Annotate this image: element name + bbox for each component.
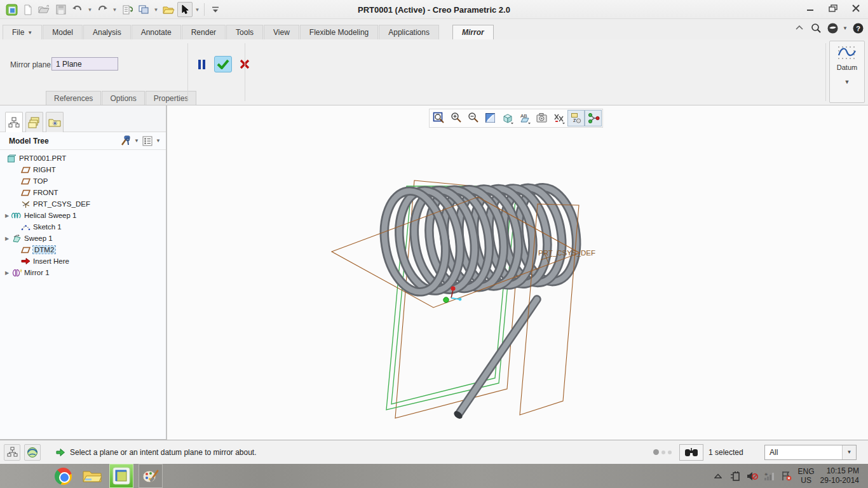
tree-settings-caret[interactable]: ▼ (154, 138, 162, 144)
pause-button[interactable] (194, 56, 209, 72)
search-icon[interactable] (810, 22, 822, 34)
refit-icon[interactable] (430, 110, 447, 126)
tab-annotate[interactable]: Annotate (132, 25, 181, 39)
expand-arrow[interactable]: ▶ (3, 213, 11, 219)
restore-button[interactable] (826, 3, 840, 14)
close-button[interactable] (849, 3, 863, 14)
tab-applications[interactable]: Applications (379, 25, 439, 39)
language-indicator[interactable]: ENG US (798, 467, 815, 485)
tab-tools[interactable]: Tools (226, 25, 263, 39)
csys-icon (20, 200, 31, 208)
repaint-icon[interactable] (482, 110, 499, 126)
tab-view[interactable]: View (264, 25, 299, 39)
tree-item-sketch[interactable]: Sketch 1 (0, 221, 166, 233)
collapse-ribbon-icon[interactable] (793, 22, 806, 34)
filter-dropdown-arrow[interactable]: ▼ (842, 445, 856, 459)
windows-dropdown[interactable]: ▼ (153, 2, 159, 17)
taskbar-explorer-icon[interactable] (80, 464, 104, 488)
customize-toolbar-button[interactable] (208, 2, 223, 17)
tree-item-part[interactable]: PRT0001.PRT (0, 152, 166, 164)
taskbar-clock[interactable]: 10:15 PM 29-10-2014 (820, 466, 859, 485)
community-icon[interactable] (826, 22, 839, 34)
tree-item-top[interactable]: TOP (0, 175, 166, 187)
tab-mirror-active[interactable]: Mirror (452, 25, 494, 39)
network-signal-icon[interactable]: ✳ (764, 470, 775, 482)
tree-item-sweep[interactable]: ▶ Sweep 1 (0, 233, 166, 244)
zoom-out-icon[interactable] (465, 110, 482, 126)
tree-item-right[interactable]: RIGHT (0, 164, 166, 175)
tree-item-helical-sweep[interactable]: ▶ Helical Sweep 1 (0, 210, 166, 221)
display-style-icon[interactable] (499, 110, 516, 126)
datum-display-filters-icon[interactable] (550, 110, 567, 126)
undo-dropdown[interactable]: ▼ (86, 2, 93, 17)
windows-button[interactable] (136, 2, 151, 17)
saved-orientations-icon[interactable]: AB (516, 110, 533, 126)
nav-tab-model-tree[interactable] (5, 112, 23, 132)
csys-label: PRT_CSYS_DEF (538, 249, 595, 257)
view-manager-icon[interactable] (533, 110, 550, 126)
navigator-toggle-icon[interactable] (4, 444, 20, 461)
select-tool-dropdown[interactable]: ▼ (194, 2, 201, 17)
tree-tools-caret[interactable]: ▼ (133, 138, 140, 144)
quick-access-toolbar: ▼ ▼ ▼ ▼ (4, 2, 223, 17)
show-hidden-icons-arrow[interactable] (712, 470, 724, 482)
tab-flexible-modeling[interactable]: Flexible Modeling (300, 25, 378, 39)
panel-tab-references[interactable]: References (46, 91, 101, 105)
windows-taskbar: ✳ ENG US 10:15 PM 29-10-2014 (0, 464, 868, 488)
regenerate-button[interactable] (119, 2, 135, 17)
svg-text:?: ? (856, 24, 860, 32)
clock-time: 10:15 PM (820, 466, 859, 476)
nav-tab-favorites[interactable]: ✳ (46, 112, 64, 132)
volume-muted-icon[interactable] (747, 470, 758, 482)
tree-settings-icon[interactable] (140, 134, 154, 148)
tree-item-mirror[interactable]: ▶ ✳ Mirror 1 (0, 267, 166, 278)
selection-filter-dropdown[interactable]: All ▼ (764, 445, 857, 460)
accept-button[interactable] (214, 56, 232, 72)
taskbar-paint-icon[interactable] (139, 464, 163, 488)
tree-item-dtm2[interactable]: DTM2 (0, 244, 166, 255)
select-tool-button[interactable] (177, 2, 193, 17)
zoom-in-icon[interactable] (447, 110, 465, 126)
datum-group-button[interactable]: Datum ▼ (829, 41, 865, 103)
expand-arrow[interactable]: ▶ (3, 270, 11, 276)
tree-item-csys[interactable]: PRT_CSYS_DEF (0, 198, 166, 210)
power-battery-icon[interactable] (729, 470, 741, 482)
tab-render[interactable]: Render (182, 25, 226, 39)
new-file-button[interactable] (20, 2, 36, 17)
tab-file[interactable]: File▼ (3, 25, 42, 39)
spin-center-icon[interactable] (585, 110, 602, 126)
panel-tab-properties[interactable]: Properties (146, 91, 197, 105)
redo-dropdown[interactable]: ▼ (111, 2, 118, 17)
redo-button[interactable] (95, 2, 110, 17)
taskbar-creo-icon[interactable] (109, 464, 133, 488)
taskbar-chrome-icon[interactable] (51, 464, 75, 488)
title-bar: ▼ ▼ ▼ ▼ PRT0001 (Active) - Creo Parametr… (0, 0, 868, 19)
nav-tab-folder-browser[interactable] (25, 112, 43, 132)
tab-analysis[interactable]: Analysis (83, 25, 131, 39)
panel-tab-options[interactable]: Options (102, 91, 144, 105)
open-file-button[interactable] (37, 2, 52, 17)
binoculars-icon (684, 447, 698, 457)
help-icon[interactable]: ? (851, 22, 864, 34)
search-tool-button[interactable] (679, 444, 703, 461)
datum-plane-icon (20, 188, 31, 197)
graphics-viewport[interactable]: AB z (167, 105, 868, 440)
navigator-panel: ✳ Model Tree ▼ ▼ PRT0001.PRT (0, 105, 167, 440)
minimize-button[interactable] (803, 3, 817, 14)
open-folder-button[interactable] (161, 2, 176, 17)
tree-item-front[interactable]: FRONT (0, 187, 166, 198)
web-browser-toggle-icon[interactable] (24, 444, 41, 461)
tab-model[interactable]: Model (43, 25, 83, 39)
tree-tools-icon[interactable] (119, 134, 133, 148)
save-button[interactable] (53, 2, 69, 17)
status-message: Select a plane or an intent datum plane … (70, 448, 257, 457)
tree-item-insert-here[interactable]: Insert Here (0, 255, 166, 267)
expand-arrow[interactable]: ▶ (3, 236, 11, 241)
annotation-display-icon[interactable]: z (567, 110, 585, 126)
community-dropdown[interactable]: ▼ (843, 25, 848, 31)
model-scene[interactable]: PRT_CSYS_DEF (167, 105, 867, 440)
datum-group-caret[interactable]: ▼ (830, 79, 864, 85)
action-center-flag-icon[interactable] (781, 470, 792, 482)
undo-button[interactable] (70, 2, 85, 17)
mirror-plane-collector[interactable]: 1 Plane (51, 57, 118, 71)
